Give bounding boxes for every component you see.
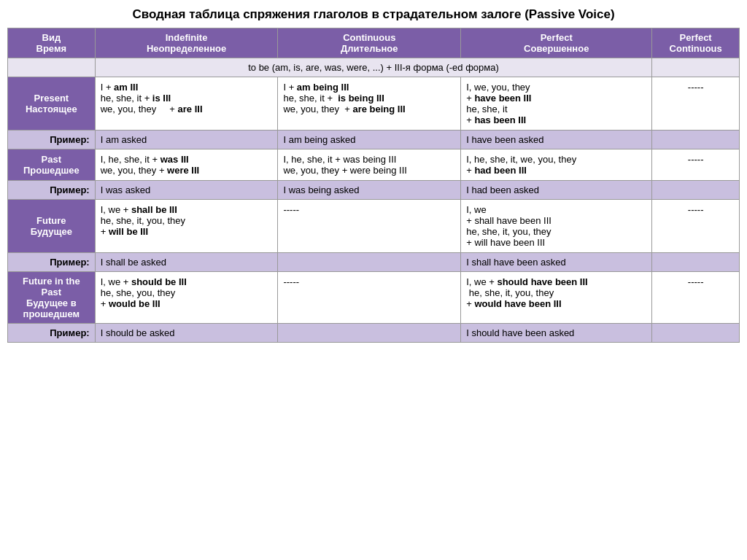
perfcont-content-cell: ----- [652, 149, 740, 181]
example-perfcont-cell [652, 181, 740, 200]
page-title: Сводная таблица спряжения глаголов в стр… [7, 7, 740, 22]
example-perfcont-cell [652, 131, 740, 149]
example-indef-cell: I am asked [95, 131, 278, 149]
table-body: to be (am, is, are, was, were, ...) + II… [8, 58, 740, 343]
main-table: Вид Время Indefinite Неопределенное Cont… [7, 28, 740, 343]
example-label: Пример: [50, 257, 89, 268]
example-row: Пример:I should be askedI should have be… [8, 324, 740, 343]
example-perf-cell: I should have been asked [461, 324, 652, 343]
example-label: Пример: [50, 134, 89, 145]
example-cont-cell [278, 324, 461, 343]
example-label: Пример: [50, 184, 89, 195]
header-cont-line2: Длительное [341, 43, 398, 54]
perf-content-cell: I, we, you, they+ have been IIIhe, she, … [461, 77, 652, 131]
formula-row: to be (am, is, are, was, were, ...) + II… [8, 58, 740, 77]
perfcont-content-cell: ----- [652, 77, 740, 131]
example-row: Пример:I am askedI am being askedI have … [8, 131, 740, 149]
example-indef-cell: I should be asked [95, 324, 278, 343]
tense-row: PastПрошедшееI, he, she, it + was IIIwe,… [8, 149, 740, 181]
indef-content-cell: I, we + should be IIIhe, she, you, they+… [95, 272, 278, 324]
example-row: Пример:I was askedI was being askedI had… [8, 181, 740, 200]
formula-text: to be (am, is, are, was, were, ...) + II… [248, 62, 499, 73]
header-indef-line2: Неопределенное [147, 43, 226, 54]
cont-content-cell: ----- [278, 272, 461, 324]
header-perfect: Perfect Совершенное [461, 28, 652, 58]
example-perf-cell: I shall have been asked [461, 253, 652, 272]
example-label-cell: Пример: [8, 181, 96, 200]
header-perf-line2: Совершенное [524, 43, 589, 54]
formula-cell: to be (am, is, are, was, were, ...) + II… [95, 58, 652, 77]
formula-empty-cell2 [652, 58, 740, 77]
table-header-row: Вид Время Indefinite Неопределенное Cont… [8, 28, 740, 58]
header-perfect-continuous: Perfect Continuous [652, 28, 740, 58]
header-vid-time: Вид Время [8, 28, 96, 58]
tense-label-cell: PresentНастоящее [8, 77, 96, 131]
example-perf-cell: I have been asked [461, 131, 652, 149]
example-perfcont-cell [652, 324, 740, 343]
example-label: Пример: [50, 327, 89, 338]
header-perfcont-line2: Continuous [670, 43, 722, 54]
tense-row: Future in the PastБудущее в прошедшемI, … [8, 272, 740, 324]
example-perf-cell: I had been asked [461, 181, 652, 200]
formula-empty-cell [8, 58, 96, 77]
cont-content-cell: ----- [278, 200, 461, 253]
header-cont-line1: Continuous [343, 32, 395, 43]
header-time-label: Время [36, 43, 67, 54]
indef-content-cell: I, he, she, it + was IIIwe, you, they + … [95, 149, 278, 181]
header-vid-label: Вид [42, 32, 61, 43]
example-cont-cell: I am being asked [278, 131, 461, 149]
tense-row: FutureБудущееI, we + shall be IIIhe, she… [8, 200, 740, 253]
tense-label-cell: Future in the PastБудущее в прошедшем [8, 272, 96, 324]
perf-content-cell: I, he, she, it, we, you, they+ had been … [461, 149, 652, 181]
indef-content-cell: I + am IIIhe, she, it + is IIIwe, you, t… [95, 77, 278, 131]
example-indef-cell: I was asked [95, 181, 278, 200]
cont-content-cell: I + am being IIIhe, she, it + is being I… [278, 77, 461, 131]
perfcont-content-cell: ----- [652, 272, 740, 324]
cont-content-cell: I, he, she, it + was being IIIwe, you, t… [278, 149, 461, 181]
header-perf-line1: Perfect [541, 32, 573, 43]
example-cont-cell: I was being asked [278, 181, 461, 200]
example-row: Пример:I shall be askedI shall have been… [8, 253, 740, 272]
tense-row: PresentНастоящееI + am IIIhe, she, it + … [8, 77, 740, 131]
example-label-cell: Пример: [8, 253, 96, 272]
tense-label-cell: FutureБудущее [8, 200, 96, 253]
perf-content-cell: I, we + should have been III he, she, it… [461, 272, 652, 324]
header-perfcont-line1: Perfect [680, 32, 712, 43]
header-indefinite: Indefinite Неопределенное [95, 28, 278, 58]
example-label-cell: Пример: [8, 324, 96, 343]
example-indef-cell: I shall be asked [95, 253, 278, 272]
header-indef-line1: Indefinite [166, 32, 208, 43]
example-cont-cell [278, 253, 461, 272]
example-label-cell: Пример: [8, 131, 96, 149]
perfcont-content-cell: ----- [652, 200, 740, 253]
perf-content-cell: I, we+ shall have been IIIhe, she, it, y… [461, 200, 652, 253]
indef-content-cell: I, we + shall be IIIhe, she, it, you, th… [95, 200, 278, 253]
example-perfcont-cell [652, 253, 740, 272]
tense-label-cell: PastПрошедшее [8, 149, 96, 181]
header-continuous: Continuous Длительное [278, 28, 461, 58]
